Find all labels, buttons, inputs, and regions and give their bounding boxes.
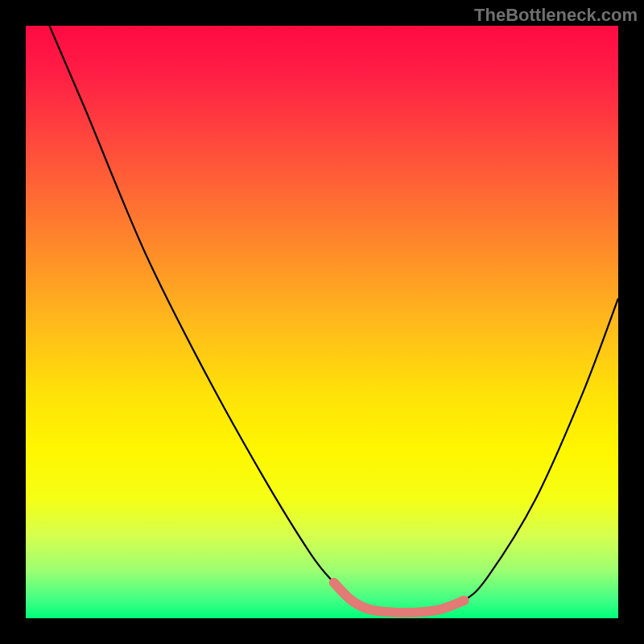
chart-frame: TheBottleneck.com	[0, 0, 644, 644]
plot-area	[26, 26, 618, 618]
watermark-caption: TheBottleneck.com	[474, 5, 638, 26]
